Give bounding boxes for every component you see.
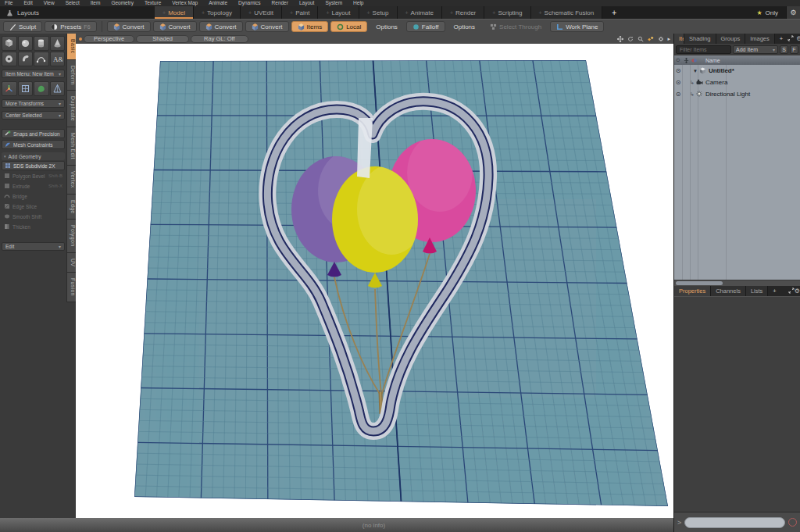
gear-icon[interactable]: ⚙: [796, 35, 800, 42]
wire-cone-button[interactable]: [50, 81, 66, 96]
tab-scripting[interactable]: +Scripting: [484, 6, 530, 19]
solo-button[interactable]: S: [780, 45, 788, 54]
menu-layout[interactable]: Layout: [299, 0, 315, 6]
cone-primitive-button[interactable]: [50, 36, 66, 51]
menu-animate[interactable]: Animate: [209, 0, 227, 6]
wireframe-cube-button[interactable]: [18, 81, 34, 96]
polygon-bevel-button[interactable]: Polygon Bevel Shift-B: [2, 171, 65, 180]
collapse-triangle-icon[interactable]: ▼: [693, 69, 698, 73]
gear-icon[interactable]: [657, 35, 664, 42]
add-item-dropdown[interactable]: Add Item ▾: [733, 45, 778, 54]
presets-button[interactable]: Presets F6: [45, 21, 96, 32]
cylinder-primitive-button[interactable]: [34, 36, 49, 51]
sculpt-blob-button[interactable]: [34, 81, 49, 96]
pan-icon[interactable]: [616, 35, 623, 42]
convert-button-3[interactable]: Convert: [199, 21, 243, 32]
item-row-directional-light[interactable]: ⊙ ↳ Directional Light: [674, 88, 800, 100]
command-history-button[interactable]: [788, 518, 797, 527]
tab-animate[interactable]: +Animate: [398, 6, 442, 19]
items-mode-button[interactable]: Items: [291, 21, 329, 32]
menu-edit[interactable]: Edit: [23, 0, 32, 6]
tab-uvedit[interactable]: +UVEdit: [241, 6, 282, 19]
tab-model[interactable]: +Model: [155, 6, 194, 19]
work-plane-button[interactable]: Work Plane: [550, 21, 604, 32]
sds-subdivide-button[interactable]: SDS Subdivide 2X: [2, 161, 65, 170]
tab-setup[interactable]: +Setup: [359, 6, 398, 19]
bridge-button[interactable]: Bridge: [2, 191, 65, 201]
tab-paint[interactable]: +Paint: [282, 6, 318, 19]
snaps-and-precision-button[interactable]: Snaps and Precision: [2, 129, 65, 138]
menu-geometry[interactable]: Geometry: [111, 0, 134, 6]
convert-button-4[interactable]: Convert: [245, 21, 289, 32]
menu-texture[interactable]: Texture: [145, 0, 161, 6]
detach-panel-icon[interactable]: [788, 35, 794, 43]
vtab-duplicate[interactable]: Duplicate: [66, 91, 76, 127]
keyframe-icon[interactable]: [647, 35, 654, 42]
menu-select[interactable]: Select: [66, 0, 80, 6]
filter-items-input[interactable]: [676, 45, 731, 54]
curve-tool-button[interactable]: [34, 52, 49, 66]
local-action-center-button[interactable]: Local: [330, 21, 367, 32]
mesh-constraints-button[interactable]: Mesh Constraints: [2, 140, 65, 149]
tab-properties[interactable]: Properties: [674, 286, 711, 296]
name-column-header[interactable]: Name: [705, 58, 720, 63]
tab-render[interactable]: +Render: [442, 6, 484, 19]
menu-file[interactable]: File: [5, 0, 12, 6]
vtab-polygon[interactable]: Polygon: [66, 220, 76, 252]
falloff-options-button[interactable]: Options: [448, 21, 482, 32]
add-tab-button[interactable]: +: [602, 6, 626, 19]
eye-icon[interactable]: ⊙: [674, 91, 682, 98]
vtab-basic[interactable]: Basic: [66, 34, 76, 60]
capsule-primitive-button[interactable]: [18, 52, 34, 66]
tab-item-list[interactable]: Item List: [674, 34, 684, 44]
item-row-untitled[interactable]: ⊙ ▼ Untitled*: [674, 65, 800, 77]
select-through-button[interactable]: Select Through: [484, 21, 548, 32]
eye-icon[interactable]: ⊙: [674, 79, 682, 86]
item-menu-dropdown[interactable]: Item Menu: New Item ▾: [2, 70, 65, 78]
tab-shading[interactable]: Shading: [684, 34, 716, 44]
tab-channels[interactable]: Channels: [711, 286, 746, 296]
convert-button-2[interactable]: Convert: [153, 21, 197, 32]
edit-dropdown[interactable]: Edit ▾: [2, 242, 65, 251]
viewport-shading-tab[interactable]: Shaded: [136, 35, 189, 43]
scrollbar-thumb[interactable]: [676, 281, 723, 285]
tab-layout[interactable]: +Layout: [318, 6, 359, 19]
add-panel-tab-button[interactable]: +: [768, 286, 780, 296]
eye-icon[interactable]: ⊙: [674, 67, 682, 74]
command-input[interactable]: [684, 517, 785, 528]
item-list-hscrollbar[interactable]: [674, 280, 800, 286]
sphere-primitive-button[interactable]: [18, 36, 34, 51]
zoom-icon[interactable]: [637, 35, 644, 42]
menu-render[interactable]: Render: [272, 0, 288, 6]
text-tool-button[interactable]: A&: [50, 52, 66, 66]
menu-vertex-map[interactable]: Vertex Map: [172, 0, 198, 6]
menu-dynamics[interactable]: Dynamics: [238, 0, 261, 6]
sculpt-button[interactable]: Sculpt: [3, 21, 42, 32]
menu-system[interactable]: System: [325, 0, 342, 6]
edge-slice-button[interactable]: Edge Slice: [2, 202, 65, 211]
add-panel-tab-button[interactable]: +: [775, 34, 788, 44]
center-selected-dropdown[interactable]: Center Selected ▾: [2, 111, 65, 120]
vtab-deform[interactable]: Deform: [66, 60, 76, 91]
detach-panel-icon[interactable]: [788, 287, 795, 295]
viewport-projection-tab[interactable]: Perspective: [84, 35, 134, 43]
layouts-menu[interactable]: Layouts: [0, 6, 47, 19]
more-transforms-dropdown[interactable]: More Transforms ▾: [2, 99, 65, 108]
tab-lists[interactable]: Lists: [746, 286, 768, 296]
thicken-button[interactable]: Thicken: [2, 222, 65, 231]
menu-view[interactable]: View: [44, 0, 55, 6]
extrude-button[interactable]: Extrude Shift-X: [2, 181, 65, 191]
tab-topology[interactable]: +Topology: [194, 6, 241, 19]
cube-primitive-button[interactable]: [2, 36, 17, 51]
torus-primitive-button[interactable]: [2, 52, 17, 66]
vtab-vertex[interactable]: Vertex: [66, 166, 76, 195]
add-geometry-section-header[interactable]: ▾ Add Geometry: [2, 152, 65, 160]
rotate-icon[interactable]: [627, 35, 634, 42]
menu-help[interactable]: Help: [353, 0, 363, 6]
item-row-camera[interactable]: ⊙ ↳ Camera: [674, 77, 800, 88]
vtab-fusion[interactable]: Fusion: [66, 273, 76, 302]
tab-groups[interactable]: Groups: [716, 34, 746, 44]
vtab-edge[interactable]: Edge: [66, 195, 76, 220]
filter-button[interactable]: F: [790, 45, 798, 54]
menu-item[interactable]: Item: [91, 0, 101, 6]
